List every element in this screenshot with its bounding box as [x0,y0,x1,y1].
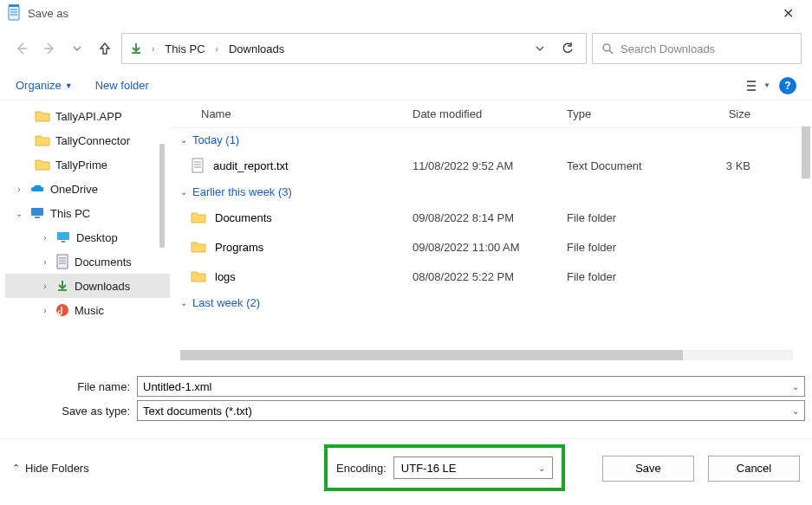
forward-button[interactable] [38,37,61,60]
address-bar[interactable]: › This PC › Downloads [121,33,587,64]
tree-item[interactable]: TallyAPI.APP [5,104,170,128]
folder-icon [35,109,50,123]
file-name: Documents [215,211,272,224]
pc-icon [29,206,45,220]
onedrive-icon [29,183,45,195]
horizontal-scrollbar[interactable] [180,350,793,360]
help-button[interactable]: ? [779,77,796,94]
window-title: Save as [28,7,68,20]
breadcrumb-this-pc[interactable]: This PC [163,42,206,55]
view-menu[interactable]: ▼ [746,80,770,92]
expand-icon[interactable]: › [40,233,50,243]
expand-icon[interactable]: › [40,282,50,291]
tree-item-label: TallyAPI.APP [55,110,122,123]
address-dropdown[interactable] [529,37,551,60]
svg-rect-23 [192,159,203,172]
filename-combo[interactable]: ⌄ [137,376,805,397]
file-date: 11/08/2022 9:52 AM [412,159,567,172]
file-date: 09/08/2022 11:00 AM [412,241,567,254]
search-box[interactable] [592,33,802,64]
save-button[interactable]: Save [602,456,694,482]
tree-item-label: OneDrive [50,183,98,196]
tree-item-label: This PC [50,207,90,220]
file-group-header[interactable]: ⌄Today (1) [170,128,812,151]
up-button[interactable] [94,37,116,60]
column-name[interactable]: Name [170,107,412,120]
tree-item-label: Downloads [75,280,130,293]
new-folder-button[interactable]: New folder [95,79,149,92]
file-type: File folder [567,270,697,283]
encoding-label: Encoding: [336,462,387,475]
column-date[interactable]: Date modified [412,107,567,120]
expand-icon[interactable]: ⌄ [14,209,24,218]
tree-item[interactable]: TallyPrime [5,152,170,177]
folder-icon [191,269,206,283]
chevron-right-icon[interactable]: › [148,44,158,54]
file-size: 3 KB [697,159,757,172]
savetype-label: Save as type: [7,405,137,418]
filename-input[interactable] [143,380,792,393]
download-icon [129,42,143,55]
tree-item[interactable]: ›Documents [5,249,170,274]
file-row[interactable]: Programs09/08/2022 11:00 AMFile folder [170,232,812,262]
refresh-button[interactable] [556,37,579,60]
cancel-button[interactable]: Cancel [708,456,800,482]
close-button[interactable]: ✕ [770,5,805,22]
tree-item[interactable]: TallyConnector [5,128,170,152]
savetype-value: Text documents (*.txt) [143,405,252,418]
organize-menu[interactable]: Organize ▼ [16,79,73,92]
music-icon [55,303,69,317]
file-group-header[interactable]: ⌄Last week (2) [170,291,812,314]
svg-rect-17 [57,255,68,269]
desktop-icon [55,230,71,244]
tree-item[interactable]: ›Desktop [5,225,170,249]
tree-item[interactable]: ›Downloads [5,274,170,298]
svg-rect-13 [31,208,43,216]
file-row[interactable]: Documents09/08/2022 8:14 PMFile folder [170,203,812,232]
search-input[interactable] [620,42,792,55]
file-name: Programs [215,241,263,254]
chevron-right-icon[interactable]: › [212,44,222,54]
svg-rect-16 [62,241,65,243]
tree-item[interactable]: ›Music [5,298,170,322]
tree-item-label: TallyConnector [55,134,130,147]
file-row[interactable]: audit_report.txt11/08/2022 9:52 AMText D… [170,151,812,180]
expand-icon[interactable]: › [14,185,24,194]
chevron-down-icon: ⌄ [180,298,187,308]
tree-item-label: Documents [75,256,132,269]
expand-icon[interactable]: › [40,257,50,267]
breadcrumb-downloads[interactable]: Downloads [227,42,286,55]
back-button[interactable] [10,37,33,60]
recent-dropdown[interactable] [66,37,88,60]
expand-icon[interactable]: › [40,306,50,315]
vertical-scrollbar[interactable] [802,126,810,178]
svg-line-9 [609,50,613,54]
file-list[interactable]: Name Date modified Type Size ⌄Today (1)a… [170,100,812,360]
file-date: 09/08/2022 8:14 PM [412,211,567,224]
file-row[interactable]: logs08/08/2022 5:22 PMFile folder [170,262,812,291]
tree-scrollbar[interactable] [159,144,165,248]
file-type: File folder [567,211,697,224]
hide-folders-toggle[interactable]: ⌃ Hide Folders [12,462,89,475]
encoding-highlight: Encoding: UTF-16 LE ⌄ [324,444,565,491]
column-type[interactable]: Type [567,107,697,120]
chevron-down-icon: ▼ [65,81,73,90]
file-name: audit_report.txt [213,159,289,172]
file-group-header[interactable]: ⌄Earlier this week (3) [170,180,812,203]
chevron-down-icon[interactable]: ⌄ [792,406,799,416]
tree-item-label: TallyPrime [55,159,107,172]
chevron-down-icon[interactable]: ⌄ [538,463,545,473]
file-type: Text Document [567,159,697,172]
doc-icon [55,254,69,269]
savetype-combo[interactable]: Text documents (*.txt) ⌄ [137,400,805,421]
chevron-down-icon: ⌄ [180,187,187,197]
tree-item[interactable]: ›OneDrive [5,177,170,201]
folder-tree[interactable]: TallyAPI.APPTallyConnectorTallyPrime›One… [0,100,170,360]
chevron-down-icon[interactable]: ⌄ [792,382,799,392]
folder-icon [35,133,50,147]
column-size[interactable]: Size [697,107,757,120]
encoding-select[interactable]: UTF-16 LE ⌄ [393,456,553,479]
svg-point-8 [603,44,610,51]
tree-item[interactable]: ⌄This PC [5,201,170,225]
search-icon [601,42,614,55]
